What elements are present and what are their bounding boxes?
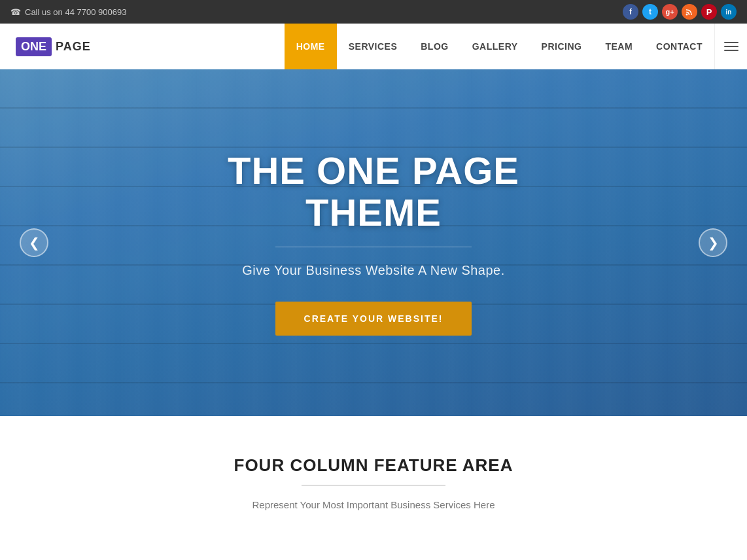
hero-cta-button[interactable]: CREATE YOUR WEBSITE! [275,302,472,336]
linkedin-icon[interactable]: in [721,4,737,20]
logo-one: ONE [16,37,52,56]
hero-subtitle: Give Your Business Website A New Shape. [158,263,589,278]
rss-icon[interactable] [682,4,697,20]
top-bar: ☎ Call us on 44 7700 900693 f t g+ P in [0,0,747,24]
nav-item-gallery[interactable]: GALLERY [460,24,530,69]
google-plus-icon[interactable]: g+ [662,4,678,20]
phone-icon: ☎ [10,7,21,17]
hamburger-icon [724,42,738,51]
features-title: FOUR COLUMN FEATURE AREA [13,455,734,476]
social-icons-group: f t g+ P in [623,4,737,20]
hero-title-divider [275,247,472,247]
nav-item-blog[interactable]: BLOG [409,24,460,69]
logo[interactable]: ONE PAGE [16,37,91,56]
navbar: ONE PAGE HOME SERVICES BLOG GALLERY PRIC… [0,24,747,69]
features-divider [302,485,445,486]
phone-info: ☎ Call us on 44 7700 900693 [10,7,126,17]
hero-prev-button[interactable]: ❮ [20,228,48,257]
nav-item-contact[interactable]: CONTACT [644,24,714,69]
features-section: FOUR COLUMN FEATURE AREA Represent Your … [0,416,747,536]
twitter-icon[interactable]: t [642,4,658,20]
hero-section: ❮ THE ONE PAGE THEME Give Your Business … [0,69,747,416]
facebook-icon[interactable]: f [623,4,638,20]
nav-menu: HOME SERVICES BLOG GALLERY PRICING TEAM … [285,24,747,69]
logo-page: PAGE [52,40,91,54]
nav-item-services[interactable]: SERVICES [337,24,409,69]
hero-title: THE ONE PAGE THEME [158,150,589,234]
hamburger-menu-button[interactable] [714,24,747,69]
pinterest-icon[interactable]: P [701,4,717,20]
hero-content: THE ONE PAGE THEME Give Your Business We… [145,150,602,336]
features-subtitle: Represent Your Most Important Business S… [13,499,734,510]
nav-item-pricing[interactable]: PRICING [530,24,594,69]
phone-number: Call us on 44 7700 900693 [25,7,126,17]
nav-item-home[interactable]: HOME [285,24,337,69]
svg-point-0 [686,14,688,16]
hero-next-button[interactable]: ❯ [699,228,727,257]
nav-item-team[interactable]: TEAM [593,24,644,69]
